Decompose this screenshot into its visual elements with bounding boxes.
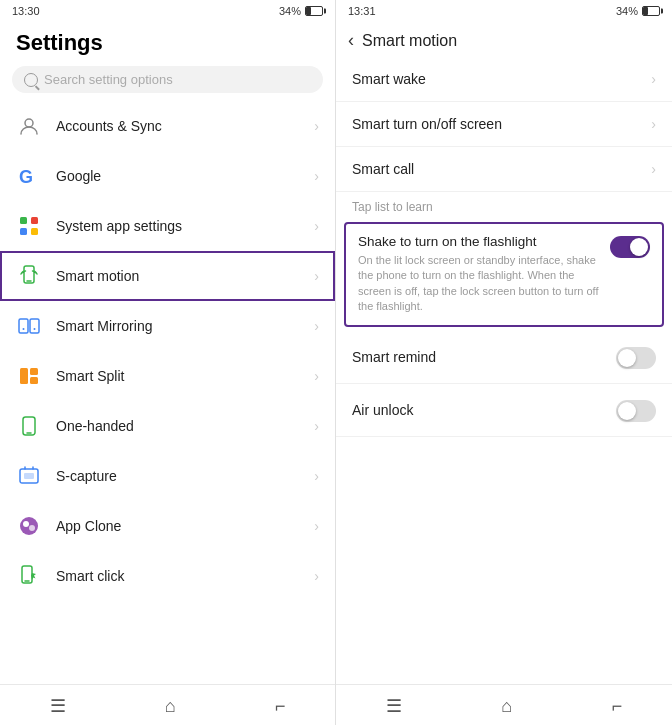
smart-wake-label: Smart wake [352, 71, 651, 87]
smart-click-chevron: › [314, 568, 319, 584]
system-app-chevron: › [314, 218, 319, 234]
smart-split-label: Smart Split [56, 368, 300, 384]
left-nav-home[interactable]: ⌂ [165, 696, 176, 717]
left-battery-fill [306, 7, 311, 15]
google-chevron: › [314, 168, 319, 184]
air-unlock-label: Air unlock [352, 402, 616, 418]
right-nav-back[interactable]: ⌐ [612, 696, 623, 717]
svg-rect-12 [20, 368, 28, 384]
right-panel: 13:31 34% ‹ Smart motion Smart wake › Sm… [336, 0, 672, 725]
air-unlock-toggle[interactable] [616, 400, 656, 422]
search-icon [24, 73, 38, 87]
right-item-smart-turn[interactable]: Smart turn on/off screen › [336, 102, 672, 147]
svg-point-0 [25, 119, 33, 127]
back-button[interactable]: ‹ [348, 30, 354, 51]
right-list: Smart wake › Smart turn on/off screen › … [336, 57, 672, 684]
left-status-right: 34% [279, 5, 323, 17]
smartclick-icon [16, 563, 42, 589]
smart-wake-chevron: › [651, 71, 656, 87]
search-placeholder: Search setting options [44, 72, 173, 87]
smart-call-chevron: › [651, 161, 656, 177]
settings-item-smart-motion[interactable]: Smart motion › [0, 251, 335, 301]
smart-remind-label: Smart remind [352, 349, 616, 365]
google-label: Google [56, 168, 300, 184]
settings-list: Accounts & Sync › G Google › [0, 101, 335, 684]
right-item-air-unlock[interactable]: Air unlock [336, 384, 672, 437]
one-handed-label: One-handed [56, 418, 300, 434]
left-nav-bar: ☰ ⌂ ⌐ [0, 684, 335, 725]
left-panel: 13:30 34% Settings Search setting option… [0, 0, 336, 725]
settings-item-system-app[interactable]: System app settings › [0, 201, 335, 251]
svg-rect-2 [20, 217, 27, 224]
svg-point-19 [20, 517, 38, 535]
right-status-right: 34% [616, 5, 660, 17]
app-clone-label: App Clone [56, 518, 300, 534]
settings-item-google[interactable]: G Google › [0, 151, 335, 201]
right-battery-pct: 34% [616, 5, 638, 17]
settings-item-smart-click[interactable]: Smart click › [0, 551, 335, 601]
google-icon: G [16, 163, 42, 189]
left-nav-menu[interactable]: ☰ [50, 695, 66, 717]
svg-rect-5 [31, 228, 38, 235]
right-battery-fill [643, 7, 648, 15]
accounts-icon [16, 113, 42, 139]
shake-flashlight-title: Shake to turn on the flashlight [358, 234, 600, 249]
one-handed-chevron: › [314, 418, 319, 434]
svg-rect-13 [30, 368, 38, 375]
tap-list-label: Tap list to learn [336, 192, 672, 218]
svg-text:G: G [19, 167, 33, 187]
settings-item-smart-split[interactable]: Smart Split › [0, 351, 335, 401]
svg-point-21 [29, 525, 35, 531]
left-status-bar: 13:30 34% [0, 0, 335, 22]
accounts-sync-chevron: › [314, 118, 319, 134]
svg-rect-8 [19, 319, 28, 333]
mirroring-icon [16, 313, 42, 339]
right-item-smart-call[interactable]: Smart call › [336, 147, 672, 192]
smart-mirroring-label: Smart Mirroring [56, 318, 300, 334]
accounts-sync-label: Accounts & Sync [56, 118, 300, 134]
left-nav-back[interactable]: ⌐ [275, 696, 286, 717]
right-nav-bar: ☰ ⌂ ⌐ [336, 684, 672, 725]
left-time: 13:30 [12, 5, 40, 17]
shake-flashlight-desc: On the lit lock screen or standby interf… [358, 253, 600, 315]
s-capture-label: S-capture [56, 468, 300, 484]
left-battery-icon [305, 6, 323, 16]
svg-rect-14 [30, 377, 38, 384]
app-clone-chevron: › [314, 518, 319, 534]
smartmotion-icon [16, 263, 42, 289]
smart-mirroring-chevron: › [314, 318, 319, 334]
settings-item-one-handed[interactable]: One-handed › [0, 401, 335, 451]
smart-turn-chevron: › [651, 116, 656, 132]
shake-flashlight-text: Shake to turn on the flashlight On the l… [358, 234, 600, 315]
shake-flashlight-item[interactable]: Shake to turn on the flashlight On the l… [344, 222, 664, 327]
apps-icon [16, 213, 42, 239]
right-status-bar: 13:31 34% [336, 0, 672, 22]
smart-remind-toggle[interactable] [616, 347, 656, 369]
right-header: ‹ Smart motion [336, 22, 672, 57]
right-page-title: Smart motion [362, 32, 457, 50]
s-capture-chevron: › [314, 468, 319, 484]
right-battery-icon [642, 6, 660, 16]
smart-turn-label: Smart turn on/off screen [352, 116, 651, 132]
settings-item-app-clone[interactable]: App Clone › [0, 501, 335, 551]
left-battery-pct: 34% [279, 5, 301, 17]
settings-item-smart-mirroring[interactable]: Smart Mirroring › [0, 301, 335, 351]
right-nav-menu[interactable]: ☰ [386, 695, 402, 717]
appclone-icon [16, 513, 42, 539]
shake-flashlight-toggle[interactable] [610, 236, 650, 258]
right-item-smart-wake[interactable]: Smart wake › [336, 57, 672, 102]
settings-item-accounts-sync[interactable]: Accounts & Sync › [0, 101, 335, 151]
onehanded-icon [16, 413, 42, 439]
right-item-smart-remind[interactable]: Smart remind [336, 331, 672, 384]
right-nav-home[interactable]: ⌂ [501, 696, 512, 717]
smart-click-label: Smart click [56, 568, 300, 584]
smart-split-chevron: › [314, 368, 319, 384]
svg-rect-9 [30, 319, 39, 333]
smart-call-label: Smart call [352, 161, 651, 177]
settings-item-s-capture[interactable]: S-capture › [0, 451, 335, 501]
svg-rect-3 [31, 217, 38, 224]
system-app-label: System app settings [56, 218, 300, 234]
search-bar[interactable]: Search setting options [12, 66, 323, 93]
smart-motion-chevron: › [314, 268, 319, 284]
page-title: Settings [0, 22, 335, 62]
